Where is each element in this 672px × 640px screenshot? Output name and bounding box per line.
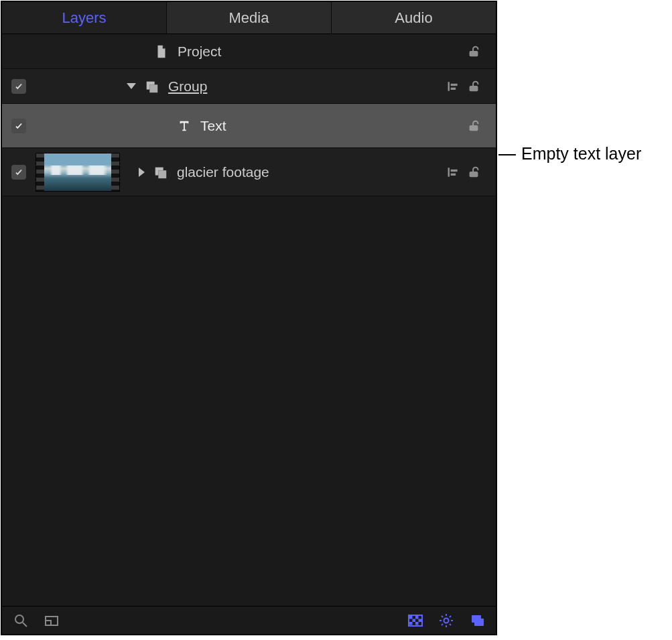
markers-icon[interactable]: [446, 80, 460, 93]
svg-rect-14: [451, 173, 456, 175]
lock-icon[interactable]: [466, 44, 481, 59]
layers-panel: Layers Media Audio Project: [1, 1, 497, 635]
svg-point-16: [15, 615, 23, 623]
group-icon: [151, 165, 170, 180]
svg-rect-23: [413, 619, 416, 622]
row-group[interactable]: Group: [2, 69, 496, 104]
callout-leader: [498, 154, 516, 155]
project-label: Project: [178, 44, 221, 60]
svg-rect-22: [415, 616, 419, 619]
project-icon: [152, 44, 171, 59]
gear-icon[interactable]: [438, 613, 454, 629]
visibility-checkbox[interactable]: [11, 79, 26, 94]
clip-thumbnail[interactable]: [36, 153, 120, 192]
svg-rect-0: [470, 51, 478, 56]
checker-icon[interactable]: [407, 613, 423, 629]
lock-icon[interactable]: [466, 119, 481, 133]
svg-rect-12: [448, 168, 450, 176]
svg-point-27: [444, 618, 449, 623]
svg-rect-7: [470, 86, 478, 91]
tab-media[interactable]: Media: [167, 2, 332, 34]
disclosure-triangle[interactable]: [139, 168, 145, 177]
project-tabs: Layers Media Audio: [2, 2, 496, 34]
visibility-checkbox[interactable]: [11, 119, 26, 133]
group-label[interactable]: Group: [168, 78, 207, 94]
group-icon: [143, 79, 161, 94]
tab-audio[interactable]: Audio: [332, 2, 496, 34]
svg-rect-26: [415, 622, 419, 625]
text-layer-label[interactable]: Text: [200, 118, 226, 134]
tab-layers[interactable]: Layers: [2, 2, 167, 34]
windows-icon[interactable]: [469, 613, 485, 629]
lock-icon[interactable]: [466, 165, 481, 180]
svg-rect-11: [158, 170, 166, 178]
row-clip[interactable]: glacier footage: [2, 148, 496, 196]
search-icon[interactable]: [13, 613, 29, 629]
panel-toolbar: [2, 606, 496, 634]
callout-label: Empty text layer: [521, 144, 641, 164]
clip-label[interactable]: glacier footage: [177, 164, 269, 180]
svg-rect-24: [419, 619, 422, 622]
svg-rect-15: [470, 172, 478, 177]
row-project[interactable]: Project: [2, 34, 496, 69]
svg-rect-19: [46, 621, 51, 625]
row-text-layer[interactable]: Text: [2, 104, 496, 148]
svg-rect-5: [451, 83, 458, 85]
text-tool-icon: [175, 119, 194, 133]
svg-rect-13: [451, 169, 458, 171]
svg-rect-4: [448, 82, 450, 90]
svg-rect-6: [451, 87, 456, 89]
svg-rect-21: [409, 616, 413, 619]
layer-list: Project: [2, 34, 496, 606]
frame-icon[interactable]: [44, 613, 60, 629]
svg-rect-25: [409, 622, 413, 625]
disclosure-triangle[interactable]: [127, 83, 136, 89]
svg-rect-3: [149, 84, 157, 92]
visibility-checkbox[interactable]: [11, 165, 26, 180]
markers-icon[interactable]: [446, 166, 460, 179]
svg-rect-8: [470, 125, 478, 131]
svg-rect-30: [474, 619, 484, 626]
lock-icon[interactable]: [466, 79, 481, 94]
svg-line-17: [23, 623, 27, 627]
